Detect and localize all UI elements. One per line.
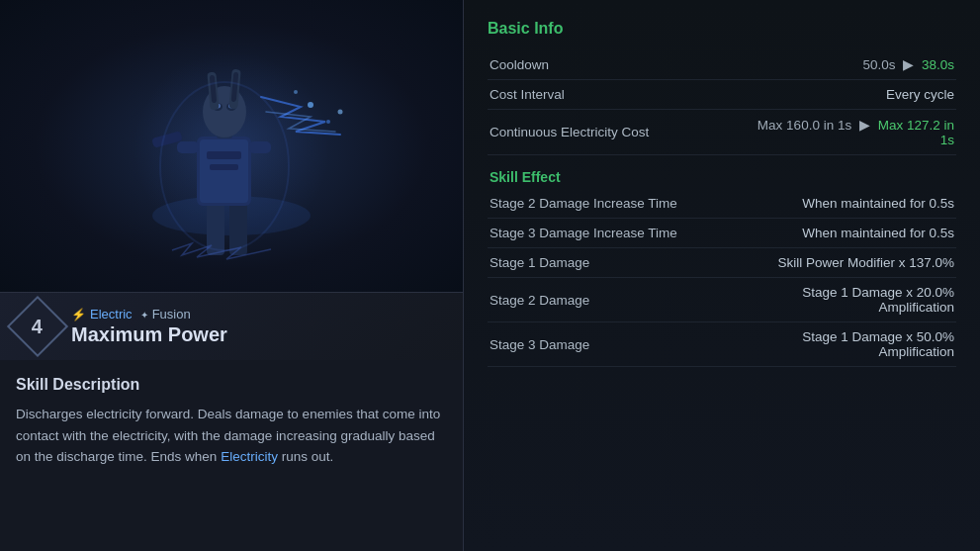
svg-rect-5 [207, 151, 241, 159]
skill-row-label: Stage 3 Damage Increase Time [488, 219, 746, 248]
tag-electric: Electric [71, 307, 133, 321]
cooldown-arrow: ▶ [903, 57, 918, 72]
skill-row-value: When maintained for 0.5s [746, 189, 956, 219]
skill-tags: Electric Fusion [71, 307, 227, 321]
fusion-icon [140, 307, 148, 321]
table-row: Cost Interval Every cycle [488, 80, 956, 110]
desc-text: Discharges electricity forward. Deals da… [16, 404, 447, 468]
skill-image [0, 0, 463, 292]
skill-level: 4 [32, 316, 43, 338]
left-panel: 4 Electric Fusion Maximum Power Skill De… [0, 0, 463, 551]
skill-effect-title: Skill Effect [488, 161, 956, 189]
svg-rect-4 [200, 139, 248, 203]
cooldown-label: Cooldown [488, 49, 746, 80]
electric-icon [71, 307, 86, 321]
table-row: Stage 3 Damage Increase Time When mainta… [488, 219, 956, 248]
tag-fusion: Fusion [140, 307, 191, 321]
svg-point-20 [308, 102, 313, 108]
skill-row-value: Stage 1 Damage x 50.0% Amplification [746, 322, 956, 367]
table-row: Stage 2 Damage Increase Time When mainta… [488, 189, 956, 219]
desc-highlight: Electricity [221, 449, 278, 464]
skill-row-label: Stage 2 Damage [488, 278, 746, 322]
skill-row-label: Stage 1 Damage [488, 248, 746, 278]
basic-info-table: Cooldown 50.0s ▶ 38.0s Cost Interval Eve… [488, 49, 956, 155]
skill-title: Maximum Power [71, 323, 227, 346]
skill-meta: Electric Fusion Maximum Power [71, 307, 227, 346]
svg-rect-6 [210, 164, 238, 170]
skill-row-label: Stage 2 Damage Increase Time [488, 189, 746, 219]
table-row: Stage 3 Damage Stage 1 Damage x 50.0% Am… [488, 322, 956, 367]
elec-cost-new: Max 127.2 in 1s [878, 118, 954, 147]
fusion-label: Fusion [152, 307, 191, 321]
right-panel: Basic Info Cooldown 50.0s ▶ 38.0s Cost I… [463, 0, 980, 551]
elec-cost-arrow: ▶ [859, 118, 874, 133]
table-row: Stage 2 Damage Stage 1 Damage x 20.0% Am… [488, 278, 956, 322]
table-row: Cooldown 50.0s ▶ 38.0s [488, 49, 956, 80]
elec-cost-old: Max 160.0 in 1s [757, 118, 851, 133]
skill-effect-table: Stage 2 Damage Increase Time When mainta… [488, 189, 956, 367]
svg-point-22 [338, 109, 343, 114]
cooldown-new: 38.0s [922, 57, 954, 72]
svg-point-21 [326, 120, 330, 124]
svg-rect-8 [249, 141, 271, 153]
desc-title: Skill Description [16, 376, 447, 394]
basic-info-title: Basic Info [488, 20, 956, 38]
table-row: Stage 1 Damage Skill Power Modifier x 13… [488, 248, 956, 278]
description-section: Skill Description Discharges electricity… [0, 360, 463, 480]
cost-interval-value: Every cycle [746, 80, 956, 110]
svg-point-23 [294, 90, 298, 94]
skill-level-badge: 4 [7, 296, 68, 357]
cooldown-old: 50.0s [862, 57, 895, 72]
character-illustration [83, 18, 380, 275]
cooldown-value: 50.0s ▶ 38.0s [746, 49, 956, 80]
cost-interval-label: Cost Interval [488, 80, 746, 110]
elec-cost-value: Max 160.0 in 1s ▶ Max 127.2 in 1s [746, 110, 956, 155]
skill-row-value: When maintained for 0.5s [746, 219, 956, 248]
table-row: Continuous Electricity Cost Max 160.0 in… [488, 110, 956, 155]
desc-text-2: runs out. [278, 449, 333, 464]
skill-name-bar: 4 Electric Fusion Maximum Power [0, 292, 463, 360]
skill-row-label: Stage 3 Damage [488, 322, 746, 367]
electric-label: Electric [90, 307, 133, 321]
elec-cost-label: Continuous Electricity Cost [488, 110, 746, 155]
svg-rect-7 [177, 141, 199, 153]
skill-row-value: Skill Power Modifier x 137.0% [746, 248, 956, 278]
skill-row-value: Stage 1 Damage x 20.0% Amplification [746, 278, 956, 322]
